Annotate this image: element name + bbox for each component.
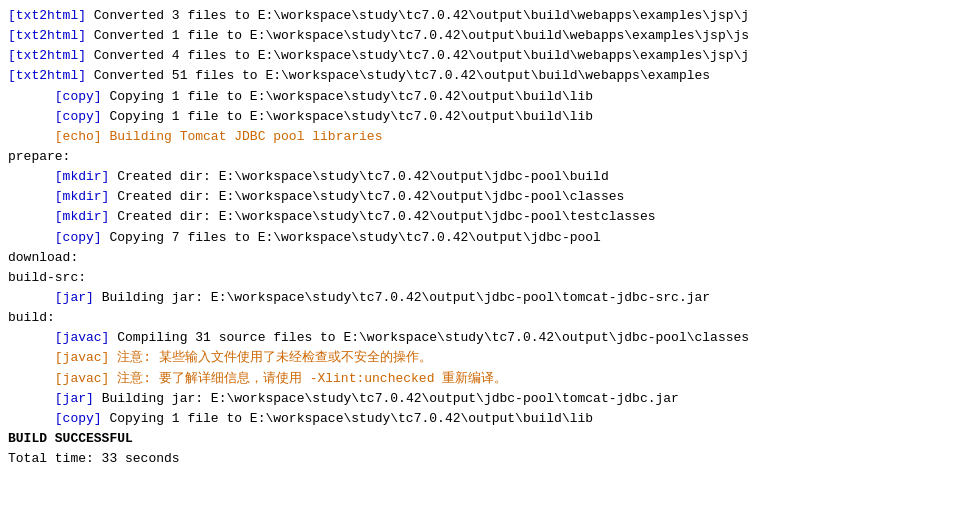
console-line-line10: [mkdir] Created dir: E:\workspace\study\… [8, 187, 957, 207]
text-span: Converted 51 files to E:\workspace\study… [86, 68, 710, 83]
text-span: Copying 7 files to E:\workspace\study\tc… [102, 230, 601, 245]
console-line-line15: [jar] Building jar: E:\workspace\study\t… [8, 288, 957, 308]
tag-span: [javac] [55, 350, 110, 365]
text-span: Total time: 33 seconds [8, 451, 180, 466]
console-output: [txt2html] Converted 3 files to E:\works… [0, 0, 965, 475]
tag-span: [txt2html] [8, 8, 86, 23]
tag-span: [copy] [55, 89, 102, 104]
text-span: Building jar: E:\workspace\study\tc7.0.4… [94, 391, 679, 406]
text-span: Created dir: E:\workspace\study\tc7.0.42… [109, 189, 624, 204]
console-line-line3: [txt2html] Converted 4 files to E:\works… [8, 46, 957, 66]
console-line-line1: [txt2html] Converted 3 files to E:\works… [8, 6, 957, 26]
tag-span: [javac] [55, 330, 110, 345]
tag-span: [jar] [55, 290, 94, 305]
tag-span: [mkdir] [55, 189, 110, 204]
section-span: build-src: [8, 270, 86, 285]
text-span: Converted 1 file to E:\workspace\study\t… [86, 28, 749, 43]
console-line-line8: prepare: [8, 147, 957, 167]
console-line-line22: BUILD SUCCESSFUL [8, 429, 957, 449]
tag-span: [echo] [55, 129, 102, 144]
console-line-line23: Total time: 33 seconds [8, 449, 957, 469]
success-span: BUILD SUCCESSFUL [8, 431, 133, 446]
text-span: Converted 4 files to E:\workspace\study\… [86, 48, 749, 63]
text-span: 注意: 要了解详细信息，请使用 -Xlint:unchecked 重新编译。 [109, 371, 507, 386]
console-line-line16: build: [8, 308, 957, 328]
section-span: build: [8, 310, 55, 325]
text-span: Copying 1 file to E:\workspace\study\tc7… [102, 89, 593, 104]
console-line-line12: [copy] Copying 7 files to E:\workspace\s… [8, 228, 957, 248]
console-line-line19: [javac] 注意: 要了解详细信息，请使用 -Xlint:unchecked… [8, 369, 957, 389]
text-span: Copying 1 file to E:\workspace\study\tc7… [102, 109, 593, 124]
tag-span: [copy] [55, 411, 102, 426]
text-span: Created dir: E:\workspace\study\tc7.0.42… [109, 209, 655, 224]
console-line-line11: [mkdir] Created dir: E:\workspace\study\… [8, 207, 957, 227]
tag-span: [copy] [55, 230, 102, 245]
text-span: Building Tomcat JDBC pool libraries [102, 129, 383, 144]
tag-span: [javac] [55, 371, 110, 386]
text-span: 注意: 某些输入文件使用了未经检查或不安全的操作。 [109, 350, 431, 365]
console-line-line2: [txt2html] Converted 1 file to E:\worksp… [8, 26, 957, 46]
text-span: Copying 1 file to E:\workspace\study\tc7… [102, 411, 593, 426]
text-span: Compiling 31 source files to E:\workspac… [109, 330, 749, 345]
console-line-line14: build-src: [8, 268, 957, 288]
console-line-line5: [copy] Copying 1 file to E:\workspace\st… [8, 87, 957, 107]
console-line-line20: [jar] Building jar: E:\workspace\study\t… [8, 389, 957, 409]
tag-span: [jar] [55, 391, 94, 406]
tag-span: [mkdir] [55, 169, 110, 184]
tag-span: [copy] [55, 109, 102, 124]
console-line-line17: [javac] Compiling 31 source files to E:\… [8, 328, 957, 348]
tag-span: [txt2html] [8, 28, 86, 43]
tag-span: [txt2html] [8, 68, 86, 83]
console-line-line4: [txt2html] Converted 51 files to E:\work… [8, 66, 957, 86]
text-span: Created dir: E:\workspace\study\tc7.0.42… [109, 169, 608, 184]
text-span: Building jar: E:\workspace\study\tc7.0.4… [94, 290, 710, 305]
console-line-line9: [mkdir] Created dir: E:\workspace\study\… [8, 167, 957, 187]
console-line-line18: [javac] 注意: 某些输入文件使用了未经检查或不安全的操作。 [8, 348, 957, 368]
section-span: prepare: [8, 149, 70, 164]
console-line-line13: download: [8, 248, 957, 268]
section-span: download: [8, 250, 78, 265]
console-line-line6: [copy] Copying 1 file to E:\workspace\st… [8, 107, 957, 127]
console-line-line21: [copy] Copying 1 file to E:\workspace\st… [8, 409, 957, 429]
console-line-line7: [echo] Building Tomcat JDBC pool librari… [8, 127, 957, 147]
text-span: Converted 3 files to E:\workspace\study\… [86, 8, 749, 23]
tag-span: [txt2html] [8, 48, 86, 63]
tag-span: [mkdir] [55, 209, 110, 224]
